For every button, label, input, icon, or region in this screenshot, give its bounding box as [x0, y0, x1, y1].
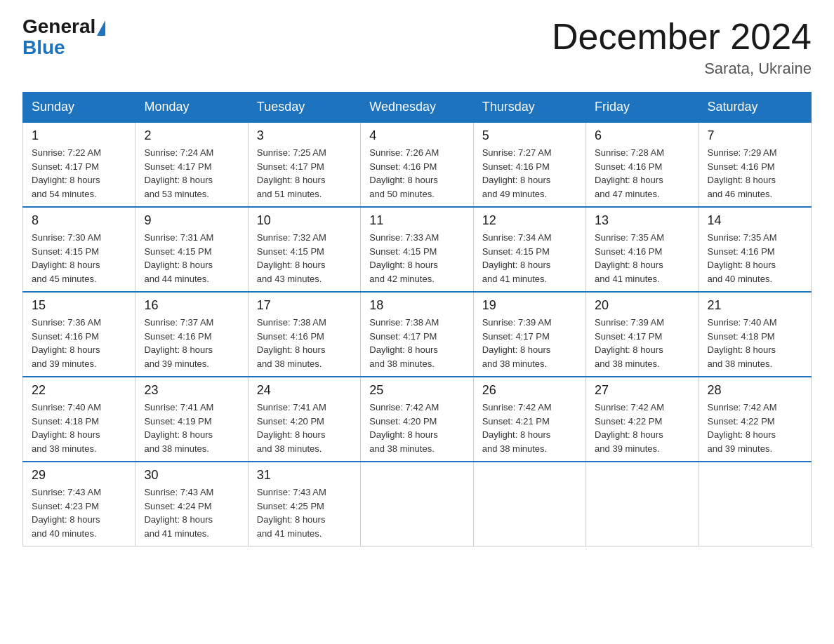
day-number: 5 [482, 128, 577, 143]
calendar-cell: 16 Sunrise: 7:37 AM Sunset: 4:16 PM Dayl… [135, 292, 248, 377]
logo-general-text: General [22, 17, 95, 36]
day-number: 13 [595, 213, 689, 228]
logo-blue-text: Blue [22, 36, 65, 59]
calendar-week-row: 1 Sunrise: 7:22 AM Sunset: 4:17 PM Dayli… [23, 122, 812, 207]
day-number: 15 [32, 298, 126, 313]
day-info: Sunrise: 7:38 AM Sunset: 4:17 PM Dayligh… [369, 316, 464, 370]
logo-triangle-icon [97, 20, 105, 36]
day-number: 21 [708, 298, 802, 313]
calendar-week-row: 15 Sunrise: 7:36 AM Sunset: 4:16 PM Dayl… [23, 292, 812, 377]
day-info: Sunrise: 7:39 AM Sunset: 4:17 PM Dayligh… [482, 316, 577, 370]
day-info: Sunrise: 7:33 AM Sunset: 4:15 PM Dayligh… [369, 231, 464, 286]
calendar-cell: 24 Sunrise: 7:41 AM Sunset: 4:20 PM Dayl… [248, 377, 360, 462]
day-number: 24 [257, 383, 352, 398]
calendar-cell: 23 Sunrise: 7:41 AM Sunset: 4:19 PM Dayl… [135, 377, 248, 462]
day-number: 12 [482, 213, 577, 228]
header-wednesday: Wednesday [361, 93, 473, 123]
day-info: Sunrise: 7:43 AM Sunset: 4:24 PM Dayligh… [144, 485, 239, 540]
day-info: Sunrise: 7:42 AM Sunset: 4:22 PM Dayligh… [708, 401, 802, 455]
calendar-cell: 10 Sunrise: 7:32 AM Sunset: 4:15 PM Dayl… [248, 207, 360, 292]
calendar-cell: 29 Sunrise: 7:43 AM Sunset: 4:23 PM Dayl… [23, 462, 135, 546]
day-number: 10 [257, 213, 352, 228]
calendar-cell: 25 Sunrise: 7:42 AM Sunset: 4:20 PM Dayl… [361, 377, 473, 462]
calendar-cell [586, 462, 699, 546]
header-tuesday: Tuesday [248, 93, 360, 123]
header-monday: Monday [135, 93, 248, 123]
calendar-header-row: SundayMondayTuesdayWednesdayThursdayFrid… [23, 93, 812, 123]
calendar-cell: 11 Sunrise: 7:33 AM Sunset: 4:15 PM Dayl… [361, 207, 473, 292]
day-number: 16 [144, 298, 239, 313]
calendar-cell [473, 462, 585, 546]
day-number: 3 [257, 128, 352, 143]
day-info: Sunrise: 7:42 AM Sunset: 4:20 PM Dayligh… [369, 401, 464, 455]
calendar-cell: 15 Sunrise: 7:36 AM Sunset: 4:16 PM Dayl… [23, 292, 135, 377]
day-number: 27 [595, 383, 689, 398]
calendar-cell: 26 Sunrise: 7:42 AM Sunset: 4:21 PM Dayl… [473, 377, 585, 462]
day-info: Sunrise: 7:41 AM Sunset: 4:19 PM Dayligh… [144, 401, 239, 455]
calendar-cell: 30 Sunrise: 7:43 AM Sunset: 4:24 PM Dayl… [135, 462, 248, 546]
day-info: Sunrise: 7:37 AM Sunset: 4:16 PM Dayligh… [144, 316, 239, 370]
calendar-cell: 12 Sunrise: 7:34 AM Sunset: 4:15 PM Dayl… [473, 207, 585, 292]
month-title: December 2024 [552, 17, 812, 57]
logo: General Blue [22, 17, 107, 59]
calendar-cell: 3 Sunrise: 7:25 AM Sunset: 4:17 PM Dayli… [248, 122, 360, 207]
calendar-cell: 4 Sunrise: 7:26 AM Sunset: 4:16 PM Dayli… [361, 122, 473, 207]
calendar-week-row: 22 Sunrise: 7:40 AM Sunset: 4:18 PM Dayl… [23, 377, 812, 462]
day-number: 20 [595, 298, 689, 313]
calendar-cell: 6 Sunrise: 7:28 AM Sunset: 4:16 PM Dayli… [586, 122, 699, 207]
calendar-table: SundayMondayTuesdayWednesdayThursdayFrid… [22, 92, 812, 546]
day-number: 6 [595, 128, 689, 143]
day-info: Sunrise: 7:25 AM Sunset: 4:17 PM Dayligh… [257, 146, 352, 201]
day-info: Sunrise: 7:29 AM Sunset: 4:16 PM Dayligh… [708, 146, 802, 201]
calendar-cell: 27 Sunrise: 7:42 AM Sunset: 4:22 PM Dayl… [586, 377, 699, 462]
day-info: Sunrise: 7:27 AM Sunset: 4:16 PM Dayligh… [482, 146, 577, 201]
day-info: Sunrise: 7:39 AM Sunset: 4:17 PM Dayligh… [595, 316, 689, 370]
day-info: Sunrise: 7:35 AM Sunset: 4:16 PM Dayligh… [595, 231, 689, 286]
day-info: Sunrise: 7:38 AM Sunset: 4:16 PM Dayligh… [257, 316, 352, 370]
calendar-cell: 14 Sunrise: 7:35 AM Sunset: 4:16 PM Dayl… [699, 207, 811, 292]
day-number: 22 [32, 383, 126, 398]
day-info: Sunrise: 7:26 AM Sunset: 4:16 PM Dayligh… [369, 146, 464, 201]
header-friday: Friday [586, 93, 699, 123]
calendar-week-row: 29 Sunrise: 7:43 AM Sunset: 4:23 PM Dayl… [23, 462, 812, 546]
calendar-cell [361, 462, 473, 546]
header-sunday: Sunday [23, 93, 135, 123]
header-saturday: Saturday [699, 93, 811, 123]
day-number: 4 [369, 128, 464, 143]
header-thursday: Thursday [473, 93, 585, 123]
day-number: 9 [144, 213, 239, 228]
title-block: December 2024 Sarata, Ukraine [552, 17, 812, 78]
day-info: Sunrise: 7:22 AM Sunset: 4:17 PM Dayligh… [32, 146, 126, 201]
day-info: Sunrise: 7:40 AM Sunset: 4:18 PM Dayligh… [32, 401, 126, 455]
calendar-cell: 8 Sunrise: 7:30 AM Sunset: 4:15 PM Dayli… [23, 207, 135, 292]
day-number: 18 [369, 298, 464, 313]
day-info: Sunrise: 7:35 AM Sunset: 4:16 PM Dayligh… [708, 231, 802, 286]
calendar-cell: 19 Sunrise: 7:39 AM Sunset: 4:17 PM Dayl… [473, 292, 585, 377]
day-info: Sunrise: 7:43 AM Sunset: 4:25 PM Dayligh… [257, 485, 352, 540]
day-info: Sunrise: 7:32 AM Sunset: 4:15 PM Dayligh… [257, 231, 352, 286]
calendar-cell: 18 Sunrise: 7:38 AM Sunset: 4:17 PM Dayl… [361, 292, 473, 377]
day-info: Sunrise: 7:42 AM Sunset: 4:21 PM Dayligh… [482, 401, 577, 455]
day-info: Sunrise: 7:42 AM Sunset: 4:22 PM Dayligh… [595, 401, 689, 455]
day-number: 28 [708, 383, 802, 398]
calendar-week-row: 8 Sunrise: 7:30 AM Sunset: 4:15 PM Dayli… [23, 207, 812, 292]
day-info: Sunrise: 7:30 AM Sunset: 4:15 PM Dayligh… [32, 231, 126, 286]
day-number: 30 [144, 468, 239, 483]
day-number: 19 [482, 298, 577, 313]
day-number: 2 [144, 128, 239, 143]
day-number: 14 [708, 213, 802, 228]
day-number: 29 [32, 468, 126, 483]
calendar-cell: 5 Sunrise: 7:27 AM Sunset: 4:16 PM Dayli… [473, 122, 585, 207]
calendar-cell: 7 Sunrise: 7:29 AM Sunset: 4:16 PM Dayli… [699, 122, 811, 207]
calendar-cell: 17 Sunrise: 7:38 AM Sunset: 4:16 PM Dayl… [248, 292, 360, 377]
location-subtitle: Sarata, Ukraine [552, 60, 812, 78]
calendar-cell: 9 Sunrise: 7:31 AM Sunset: 4:15 PM Dayli… [135, 207, 248, 292]
calendar-cell: 31 Sunrise: 7:43 AM Sunset: 4:25 PM Dayl… [248, 462, 360, 546]
day-info: Sunrise: 7:43 AM Sunset: 4:23 PM Dayligh… [32, 485, 126, 540]
calendar-cell: 1 Sunrise: 7:22 AM Sunset: 4:17 PM Dayli… [23, 122, 135, 207]
calendar-cell: 22 Sunrise: 7:40 AM Sunset: 4:18 PM Dayl… [23, 377, 135, 462]
calendar-cell: 13 Sunrise: 7:35 AM Sunset: 4:16 PM Dayl… [586, 207, 699, 292]
day-info: Sunrise: 7:24 AM Sunset: 4:17 PM Dayligh… [144, 146, 239, 201]
page-header: General Blue December 2024 Sarata, Ukrai… [22, 17, 812, 78]
day-info: Sunrise: 7:40 AM Sunset: 4:18 PM Dayligh… [708, 316, 802, 370]
